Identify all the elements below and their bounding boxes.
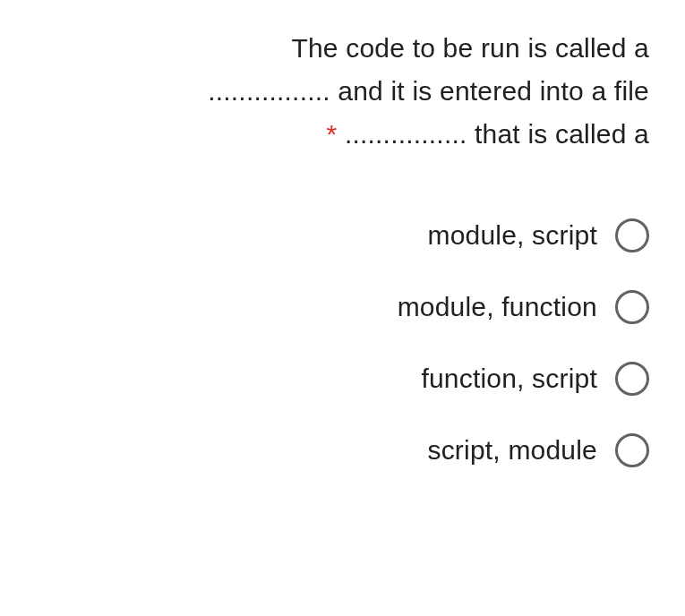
radio-button[interactable]: [615, 362, 649, 396]
question-line3: ................ that is called a: [345, 119, 649, 149]
radio-button[interactable]: [615, 218, 649, 252]
options-group: module, script module, function function…: [67, 218, 649, 467]
option-label: function, script: [421, 364, 597, 394]
option-label: module, function: [398, 292, 597, 322]
option-label: script, module: [427, 435, 597, 466]
radio-button[interactable]: [615, 433, 649, 467]
option-row[interactable]: script, module: [67, 433, 649, 467]
required-asterisk: *: [327, 119, 338, 149]
question-line1: The code to be run is called a: [291, 33, 649, 63]
option-row[interactable]: function, script: [67, 362, 649, 396]
option-label: module, script: [427, 220, 597, 251]
question-text: The code to be run is called a .........…: [67, 27, 649, 156]
option-row[interactable]: module, function: [67, 290, 649, 324]
question-line2: ................ and it is entered into …: [208, 76, 649, 106]
option-row[interactable]: module, script: [67, 218, 649, 252]
radio-button[interactable]: [615, 290, 649, 324]
